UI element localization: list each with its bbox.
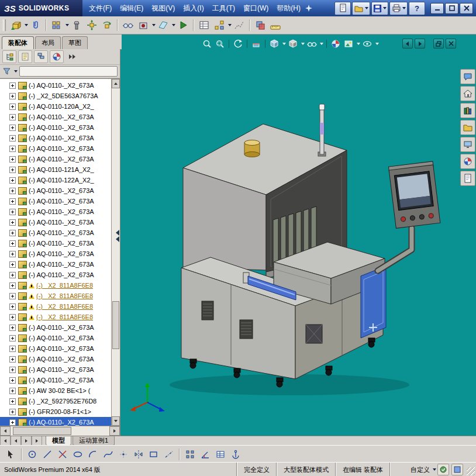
insert-components-icon[interactable] — [8, 18, 23, 33]
file-explorer-icon[interactable] — [460, 120, 475, 135]
expand-toggle-icon[interactable] — [9, 388, 16, 394]
zoom-to-area-icon[interactable] — [214, 38, 226, 50]
component-label[interactable]: (-) AQ-0110-_X2_673A — [29, 356, 94, 363]
expand-toggle-icon[interactable] — [9, 367, 16, 373]
configurationmanager-tab-icon[interactable] — [34, 50, 48, 63]
display-pane-toggle-icon[interactable] — [437, 464, 449, 475]
smart-fasteners-icon[interactable] — [69, 18, 84, 33]
expand-toggle-icon[interactable] — [9, 240, 16, 247]
expand-toggle-icon[interactable] — [9, 114, 16, 120]
component-label[interactable]: (-) AQ-0110-_X2_673A — [29, 377, 94, 384]
commandmanager-tab[interactable]: 装配体 — [2, 36, 34, 49]
expand-toggle-icon[interactable] — [9, 251, 16, 257]
open-document-icon[interactable] — [352, 2, 370, 15]
panel-collapse-arrows-icon[interactable] — [116, 229, 119, 243]
edit-appearance-icon[interactable] — [330, 38, 342, 50]
filter-funnel-icon[interactable] — [2, 67, 11, 75]
tree-horizontal-scrollbar[interactable] — [0, 426, 120, 436]
component-label[interactable]: (-) AQ-0110-_X2_673A — [29, 156, 94, 163]
scrollbar-thumb[interactable] — [112, 301, 119, 349]
expand-toggle-icon[interactable] — [9, 167, 16, 173]
solidworks-resources-icon[interactable] — [460, 86, 475, 101]
component-label[interactable]: (-) _X2_811A8F6E8 — [36, 292, 93, 299]
component-label[interactable]: (-) AQ-0110-_X2_673A — [29, 229, 94, 236]
expand-toggle-icon[interactable] — [9, 377, 16, 384]
new-motion-study-icon[interactable] — [175, 18, 191, 33]
tree-item[interactable]: (-) AQ-0110-_X2_673A — [0, 354, 112, 364]
tree-item[interactable]: (-) AQ-0110-_X2_673A — [0, 206, 112, 217]
point-tool-icon[interactable] — [116, 447, 131, 462]
expand-toggle-icon[interactable] — [9, 177, 16, 184]
tab-scroll-left-icon[interactable] — [11, 436, 21, 446]
menu-item[interactable]: 视图(V) — [147, 1, 179, 16]
save-icon[interactable] — [371, 2, 388, 15]
filter-input[interactable] — [19, 66, 118, 77]
tree-item[interactable]: (-) AW 30-02 BE<1> ( — [0, 385, 112, 396]
expand-toggle-icon[interactable] — [9, 230, 16, 236]
trim-entities-icon[interactable] — [55, 447, 70, 462]
expand-toggle-icon[interactable] — [9, 93, 16, 99]
mate-icon[interactable] — [28, 18, 43, 33]
component-label[interactable]: (-) _X2_5DE563A7673A — [29, 92, 98, 99]
component-label[interactable]: (-) AQ-0110-_X2_673A — [29, 324, 94, 331]
centerline-icon[interactable] — [161, 447, 177, 462]
display-style-icon[interactable] — [287, 38, 299, 50]
expand-toggle-icon[interactable] — [9, 314, 16, 320]
close-button[interactable] — [460, 3, 473, 14]
tree-item[interactable]: (-) AQ-0110-_X2_673A — [0, 238, 112, 249]
scroll-left-icon[interactable] — [0, 426, 11, 436]
tab-scroll-last-icon[interactable] — [32, 436, 42, 446]
component-label[interactable]: (-) AQ-0110-_X2_673A — [29, 82, 94, 89]
component-label[interactable]: (-) AQ-0110-_X2_673A — [29, 124, 94, 131]
menu-item[interactable]: 编辑(E) — [116, 1, 147, 16]
smart-dimension-icon[interactable] — [198, 447, 213, 462]
panel-overflow-chevron-icon[interactable] — [69, 54, 76, 59]
minimize-button[interactable] — [430, 3, 444, 14]
ellipse-tool-icon[interactable] — [70, 447, 85, 462]
document-tab[interactable]: 运动算例1 — [73, 436, 115, 446]
scrollbar-thumb[interactable] — [13, 427, 71, 435]
component-label[interactable]: (-) AQ-0110-121A_X2_ — [29, 166, 94, 173]
tree-item[interactable]: (-) AQ-0110-_X2_673A — [0, 80, 112, 91]
component-label[interactable]: (-) _X2_811A8F6E8 — [36, 303, 93, 310]
commandmanager-tab[interactable]: 草图 — [62, 36, 88, 49]
scroll-up-icon[interactable] — [112, 79, 120, 88]
tree-item[interactable]: (-) AQ-0110-_X2_673A — [0, 112, 112, 122]
expand-toggle-icon[interactable] — [9, 409, 16, 415]
solidworks-forum-icon[interactable] — [460, 69, 475, 84]
tree-item[interactable]: (-) AQ-0110-_X2_673A — [0, 143, 112, 154]
component-label[interactable]: (-) AQ-0110-_X2_673A — [29, 187, 94, 194]
print-icon[interactable] — [389, 2, 408, 15]
tab-scroll-right-icon[interactable] — [21, 436, 32, 446]
scroll-right-icon[interactable] — [109, 426, 120, 436]
component-label[interactable]: (-) AQ-0110-_X2_673A — [29, 198, 94, 205]
section-view-icon[interactable] — [250, 38, 262, 50]
custom-dropdown[interactable]: 自定义 — [411, 465, 436, 474]
component-label[interactable]: (-) AQ-0110-_X2_673A — [29, 366, 94, 373]
restore-window-icon[interactable] — [433, 39, 444, 49]
featuremanager-tab-icon[interactable] — [2, 50, 16, 63]
tree-item[interactable]: (-) AQ-0110-_X2_673A — [0, 133, 112, 143]
component-label[interactable]: (-) AQ-0110-_X2_673A — [29, 145, 94, 152]
tree-item[interactable]: (-) _X2_811A8F6E8 — [0, 280, 112, 291]
table-icon[interactable] — [213, 447, 228, 462]
expand-toggle-icon[interactable] — [9, 335, 16, 342]
component-label[interactable]: (-) _X2_811A8F6E8 — [36, 282, 93, 289]
document-tab[interactable]: 模型 — [46, 436, 71, 446]
interference-detection-icon[interactable] — [253, 18, 268, 33]
zoom-fit-icon[interactable] — [201, 38, 213, 50]
appearances-scenes-icon[interactable] — [460, 154, 475, 169]
expand-toggle-icon[interactable] — [9, 104, 16, 110]
view-settings-icon[interactable] — [361, 38, 373, 50]
component-label[interactable]: (-) GFR200-08-F1<1> — [29, 408, 91, 415]
view-orientation-icon[interactable] — [268, 38, 280, 50]
mirror-entities-icon[interactable] — [131, 447, 146, 462]
apply-scene-icon[interactable] — [343, 38, 354, 50]
expand-toggle-icon[interactable] — [9, 346, 16, 352]
component-label[interactable]: (-) AQ-0110-_X2_673A — [29, 345, 94, 352]
tree-item[interactable]: (-) AQ-0110-120A_X2_ — [0, 101, 112, 112]
component-label[interactable]: (-) AQ-0110-_X2_673A — [29, 271, 94, 278]
component-label[interactable]: (-) AQ-0110-_X2_673A — [29, 261, 94, 268]
component-label[interactable]: (-) AQ-0110-_X2_673A — [29, 219, 94, 226]
anchor-icon[interactable] — [228, 447, 243, 462]
